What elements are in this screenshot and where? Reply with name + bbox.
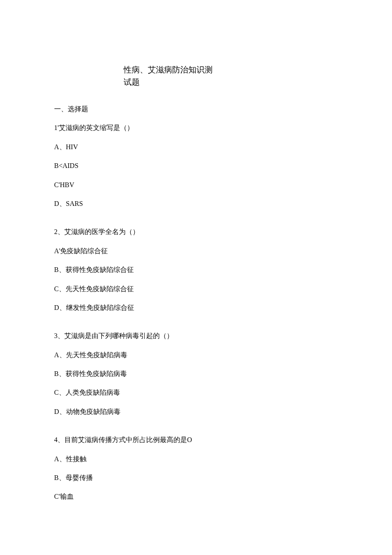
section-header: 一、选择题	[54, 104, 338, 114]
document-content: 一、选择题 1'艾滋病的英文缩写是（） A、HIV B<AIDS C'HBV D…	[54, 104, 338, 502]
q3-option-a: A、先天性免疫缺陷病毒	[54, 350, 338, 360]
q3-option-b: B、获得性免疫缺陷病毒	[54, 369, 338, 379]
q2-option-c: C、先天性免疫缺陷综合征	[54, 284, 338, 294]
question-1: 1'艾滋病的英文缩写是（）	[54, 123, 338, 133]
q4-option-c: C'输血	[54, 492, 338, 501]
q4-option-b: B、母婴传播	[54, 473, 338, 483]
title-line-1: 性病、艾滋病防治知识测	[124, 64, 338, 76]
q3-option-d: D、动物免疫缺陷病毒	[54, 407, 338, 416]
question-3: 3、艾滋病是由下列哪种病毒引起的（）	[54, 331, 338, 341]
q1-option-c: C'HBV	[54, 180, 338, 190]
question-2: 2、艾滋病的医学全名为（）	[54, 227, 338, 237]
q2-option-a: A'免疫缺陷综合征	[54, 246, 338, 256]
question-4: 4、目前艾滋病传播方式中所占比例最高的是O	[54, 435, 338, 445]
document-title: 性病、艾滋病防治知识测 试题	[124, 64, 338, 88]
q3-option-c: C、人类免疫缺陷病毒	[54, 388, 338, 397]
q2-option-d: D、继发性免疫缺陷综合征	[54, 303, 338, 312]
q1-option-a: A、HIV	[54, 142, 338, 152]
q1-option-d: D、SARS	[54, 199, 338, 208]
q4-option-a: A、性接触	[54, 454, 338, 464]
q2-option-b: B、获得性免疫缺陷综合征	[54, 265, 338, 275]
q1-option-b: B<AIDS	[54, 161, 338, 171]
title-line-2: 试题	[124, 76, 338, 89]
